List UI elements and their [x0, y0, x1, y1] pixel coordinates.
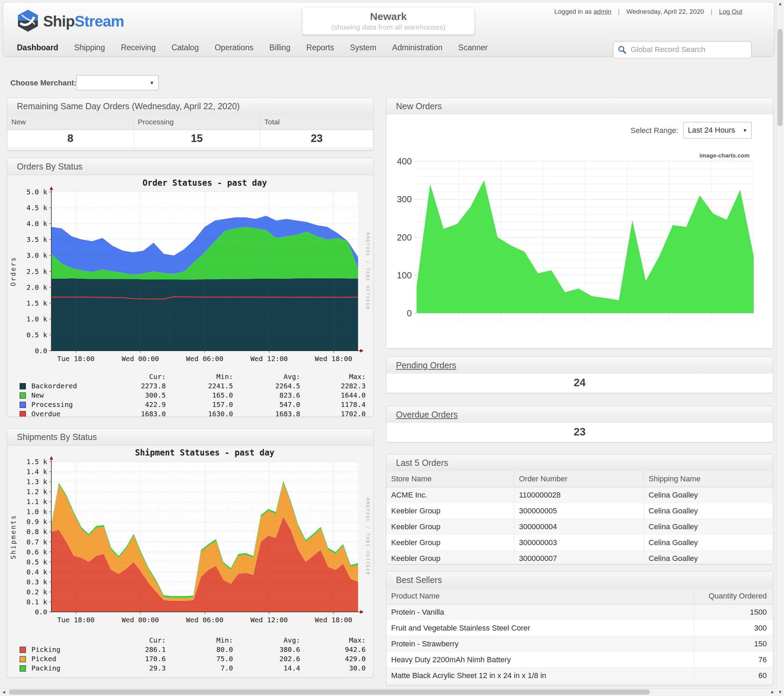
vertical-scrollbar[interactable]: ▲ ▼	[776, 0, 784, 696]
table-cell: Keebler Group	[386, 535, 514, 551]
table-row[interactable]: Protein - Strawberry150	[386, 636, 773, 652]
total-count: 23	[260, 130, 374, 148]
legend-value: 165.0	[166, 391, 233, 399]
last5-orders-title: Last 5 Orders	[386, 454, 773, 471]
table-cell: 150	[694, 636, 773, 652]
choose-merchant-label: Choose Merchant:	[10, 79, 76, 87]
legend-label: Overdue	[31, 410, 107, 417]
table-row[interactable]: Keebler Group300000007Celina Goalley	[386, 551, 773, 565]
best-sellers-table: Product Name Quantity Ordered Protein - …	[386, 588, 773, 684]
legend-label: Picked	[31, 655, 107, 663]
nav-dashboard[interactable]: Dashboard	[17, 43, 58, 53]
table-cell: Celina Goalley	[644, 519, 773, 535]
legend-value: 823.6	[233, 391, 300, 399]
svg-text:Wed 18:00: Wed 18:00	[315, 355, 352, 363]
new-orders-chart: 0100200300400	[397, 156, 762, 336]
table-row[interactable]: Protein - Vanilla1500	[386, 604, 773, 620]
svg-text:0.8 k: 0.8 k	[26, 528, 47, 536]
scroll-up-arrow[interactable]: ▲	[776, 0, 784, 8]
best-sellers-title: Best Sellers	[386, 572, 773, 589]
table-cell: 300000003	[514, 535, 644, 551]
nav-billing[interactable]: Billing	[269, 43, 290, 53]
merchant-select[interactable]: ▼	[76, 75, 158, 90]
legend-value: 2264.5	[233, 382, 300, 390]
svg-text:Shipments: Shipments	[10, 514, 17, 559]
legend-value: 29.3	[107, 664, 166, 672]
nav-administration[interactable]: Administration	[392, 43, 443, 53]
table-cell: Matte Black Acrylic Sheet 12 in x 24 in …	[386, 668, 694, 684]
svg-text:0.0: 0.0	[35, 347, 47, 355]
scroll-down-arrow[interactable]: ▼	[776, 688, 784, 696]
admin-link[interactable]: admin	[593, 8, 611, 15]
overdue-orders-count: 23	[386, 423, 773, 441]
logout-link[interactable]: Log Out	[719, 8, 742, 15]
legend-value: 2241.5	[166, 382, 233, 390]
legend-value: 75.0	[166, 655, 233, 663]
svg-text:Order Statuses - past day: Order Statuses - past day	[142, 178, 267, 188]
legend-value: 942.6	[300, 645, 366, 653]
table-row[interactable]: Keebler Group300000005Celina Goalley	[386, 503, 773, 519]
col-store-name: Store Name	[386, 471, 514, 487]
nav-catalog[interactable]: Catalog	[171, 43, 199, 53]
nav-system[interactable]: System	[350, 43, 376, 53]
pending-orders-link[interactable]: Pending Orders	[396, 360, 456, 370]
svg-text:Wed 12:00: Wed 12:00	[250, 616, 288, 624]
legend-value: 1644.0	[300, 391, 366, 399]
shipstream-logo[interactable]: ShipStream	[17, 9, 124, 33]
legend-header: Avg:	[233, 636, 300, 644]
col-total: Total	[260, 114, 374, 130]
chevron-down-icon: ▼	[150, 80, 154, 86]
legend-cell	[31, 372, 107, 381]
legend-value: 202.6	[233, 655, 300, 663]
svg-text:3.5 k: 3.5 k	[26, 235, 47, 244]
nav-operations[interactable]: Operations	[215, 43, 254, 53]
table-row[interactable]: ACME Inc.1100000028Celina Goalley	[386, 487, 773, 503]
legend-label: New	[31, 391, 107, 399]
nav-reports[interactable]: Reports	[306, 43, 334, 53]
table-row[interactable]: Matte Black Acrylic Sheet 12 in x 24 in …	[386, 668, 773, 684]
table-row[interactable]: Keebler Group300000003Celina Goalley	[386, 535, 773, 551]
svg-text:200: 200	[397, 232, 412, 243]
svg-text:1.5 k: 1.5 k	[26, 457, 47, 466]
select-range-dropdown[interactable]: Last 24 Hours ▼	[684, 122, 752, 138]
legend-header: Max:	[300, 372, 366, 381]
nav-receiving[interactable]: Receiving	[121, 43, 156, 53]
legend-value: 300.5	[107, 391, 166, 399]
remaining-orders-table: New Processing Total 8 15 23	[7, 114, 373, 147]
scroll-left-arrow[interactable]: ◄	[0, 688, 8, 696]
overdue-orders-link[interactable]: Overdue Orders	[396, 410, 458, 419]
svg-text:0.6 k: 0.6 k	[26, 548, 47, 556]
table-row[interactable]: Keebler Group300000004Celina Goalley	[386, 519, 773, 535]
col-new: New	[7, 114, 134, 130]
svg-text:0: 0	[407, 308, 412, 318]
table-row[interactable]: Heavy Duty 2200mAh Nimh Battery76	[386, 652, 773, 668]
warehouse-name: Newark	[303, 11, 474, 22]
user-bar: Logged in as admin | Wednesday, April 22…	[554, 8, 742, 15]
legend-value: 14.4	[233, 664, 300, 672]
new-orders-title: New Orders	[386, 98, 773, 115]
svg-text:Shipment Statuses - past day: Shipment Statuses - past day	[135, 448, 275, 457]
table-cell: 300	[694, 620, 773, 636]
table-row[interactable]: Fruit and Vegetable Stainless Steel Core…	[386, 620, 773, 636]
legend-label: Picking	[31, 645, 107, 653]
nav-scanner[interactable]: Scanner	[458, 43, 488, 53]
scroll-right-arrow[interactable]: ►	[769, 688, 776, 696]
search-input[interactable]	[630, 45, 751, 54]
shipments-by-status-panel: Shipments By Status 0.00.1 k0.2 k0.3 k0.…	[7, 428, 374, 678]
legend-header: Max:	[300, 636, 366, 644]
shipstream-logo-icon	[17, 9, 39, 33]
svg-text:Wed 06:00: Wed 06:00	[186, 616, 223, 624]
last5-orders-table: Store Name Order Number Shipping Name AC…	[386, 471, 773, 564]
table-cell: 1500	[694, 604, 773, 620]
legend-value: 1683.0	[107, 410, 166, 417]
select-range-value: Last 24 Hours	[688, 126, 735, 135]
horizontal-scroll-thumb[interactable]	[9, 689, 650, 694]
vertical-scroll-thumb[interactable]	[777, 29, 782, 126]
svg-text:1.4 k: 1.4 k	[26, 467, 47, 476]
nav-shipping[interactable]: Shipping	[74, 43, 105, 53]
pending-orders-panel: Pending Orders 24	[386, 357, 773, 393]
table-cell: Keebler Group	[386, 503, 514, 519]
horizontal-scrollbar[interactable]: ◄ ►	[0, 688, 776, 696]
legend-swatch	[20, 391, 31, 399]
svg-text:Wed 12:00: Wed 12:00	[250, 355, 288, 363]
